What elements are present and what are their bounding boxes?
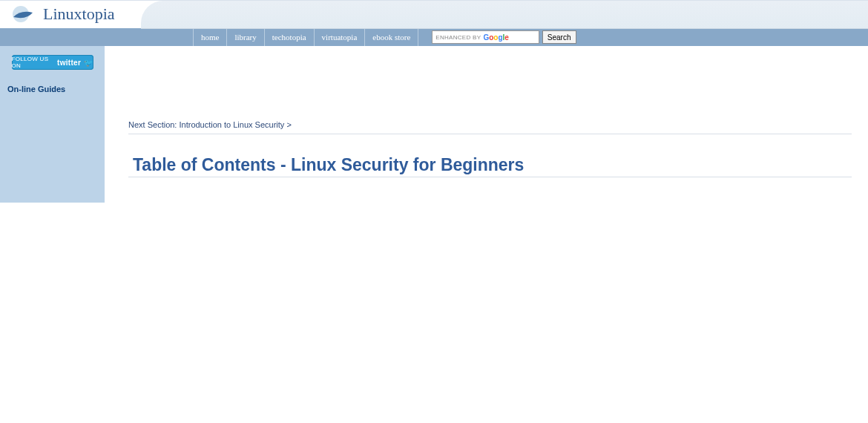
logo-icon (10, 4, 36, 24)
search-input[interactable] (509, 32, 539, 42)
nav-tab-techotopia[interactable]: techotopia (265, 28, 315, 46)
twitter-prefix: FOLLOW US ON (12, 56, 55, 69)
nav-tab-virtuatopia[interactable]: virtuatopia (315, 28, 366, 46)
nav-tab-library[interactable]: library (227, 28, 264, 46)
next-section-suffix: > (284, 120, 291, 129)
twitter-badge[interactable]: FOLLOW US ON twitter 🐦 (12, 55, 93, 70)
twitter-icon: 🐦 (84, 59, 93, 67)
enhanced-by-label: ENHANCED BY (435, 34, 481, 41)
search-button[interactable]: Search (542, 30, 576, 44)
search-box: ENHANCED BY Google Search (432, 28, 576, 46)
logo[interactable]: Linuxtopia (10, 4, 115, 24)
header-curve (141, 1, 868, 29)
site-name: Linuxtopia (43, 4, 115, 24)
divider (128, 177, 852, 177)
nav-tab-ebook-store[interactable]: ebook store (365, 28, 418, 46)
next-section-link[interactable]: Introduction to Linux Security (179, 120, 284, 129)
sidebar: FOLLOW US ON twitter 🐦 On-line Guides (0, 46, 105, 203)
next-section-line: Next Section: Introduction to Linux Secu… (128, 120, 852, 134)
next-section-prefix: Next Section: (128, 120, 179, 129)
sidebar-section-title: On-line Guides (7, 85, 100, 94)
google-logo: Google (483, 33, 508, 42)
nav-tab-home[interactable]: home (193, 28, 227, 46)
header-top: Linuxtopia (0, 0, 868, 28)
twitter-brand: twitter (57, 59, 81, 67)
search-field[interactable]: ENHANCED BY Google (432, 30, 539, 44)
page-title: Table of Contents - Linux Security for B… (133, 155, 852, 175)
top-nav: homelibrarytechotopiavirtuatopiaebook st… (0, 28, 868, 46)
main-content: Next Section: Introduction to Linux Secu… (105, 46, 868, 203)
